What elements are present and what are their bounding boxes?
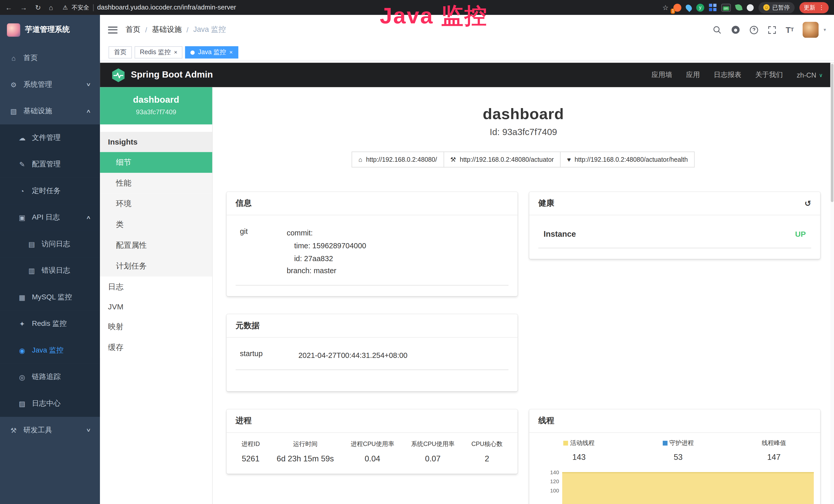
browser-menu-icon[interactable]: ⋮ bbox=[818, 4, 825, 11]
url-text[interactable]: dashboard.yudao.iocoder.cn/infra/admin-s… bbox=[97, 4, 236, 11]
actuator-url-link[interactable]: ⚒ http://192.168.0.2:48080/actuator bbox=[443, 152, 561, 167]
app-logo[interactable]: 芋道管理系统 bbox=[0, 15, 100, 45]
sba-instance-header[interactable]: dashboard 93a3fc7f7409 bbox=[100, 87, 212, 124]
sba-menu-logs[interactable]: 日志 bbox=[100, 276, 212, 297]
chevron-up-icon: ∧ bbox=[86, 108, 91, 114]
sidebar-item-config[interactable]: ✎ 配置管理 bbox=[0, 151, 100, 178]
sidebar-item-error-log[interactable]: ▥ 错误日志 bbox=[0, 257, 100, 284]
sidebar-item-infra[interactable]: ▧ 基础设施 ∧ bbox=[0, 98, 100, 124]
extension-drop-icon[interactable] bbox=[684, 3, 693, 12]
sba-body: dashboard 93a3fc7f7409 Insights 细节 性能 环境… bbox=[100, 87, 834, 504]
service-url-link[interactable]: ⌂ http://192.168.0.2:48080/ bbox=[352, 152, 444, 167]
tab-bar: 首页 Redis 监控 × Java 监控 × bbox=[100, 45, 834, 61]
extension-leaf-icon[interactable] bbox=[735, 4, 743, 11]
extension-fox-icon[interactable] bbox=[674, 3, 681, 11]
legend-yellow-swatch bbox=[563, 441, 568, 446]
sba-menu-config-props[interactable]: 配置属性 bbox=[100, 235, 212, 256]
browser-nav: ← → ↻ ⌂ bbox=[5, 4, 53, 11]
close-icon[interactable]: × bbox=[229, 49, 233, 55]
sidebar-item-access-log[interactable]: ▤ 访问日志 bbox=[0, 231, 100, 257]
update-button[interactable]: 更新 ⋮ bbox=[799, 2, 829, 13]
sidebar-item-redis[interactable]: ✦ Redis 监控 bbox=[0, 311, 100, 337]
reload-icon[interactable]: ↻ bbox=[35, 4, 41, 11]
history-icon[interactable]: ↺ bbox=[805, 199, 811, 208]
sba-navbar: Spring Boot Admin 应用墙 应用 日志报表 关于我们 zh-CN… bbox=[100, 63, 834, 87]
stat-pid: 进程ID 5261 bbox=[241, 440, 260, 463]
fullscreen-icon[interactable] bbox=[768, 25, 777, 34]
security-label[interactable]: 不安全 bbox=[72, 3, 89, 11]
close-icon[interactable]: × bbox=[174, 49, 177, 55]
extension-paw-icon[interactable] bbox=[747, 4, 753, 11]
profile-paused-badge[interactable]: 已暂停 bbox=[759, 2, 795, 13]
sba-menu-section-insights[interactable]: Insights bbox=[100, 132, 212, 152]
sidebar-item-system[interactable]: ⚙ 系统管理 ∨ bbox=[0, 71, 100, 98]
sba-nav-journal[interactable]: 日志报表 bbox=[714, 70, 742, 79]
sba-language-select[interactable]: zh-CN ∨ bbox=[797, 71, 823, 79]
threads-chart-plot bbox=[562, 470, 814, 502]
sba-menu-classes[interactable]: 类 bbox=[100, 214, 212, 235]
health-card-title: 健康 bbox=[539, 198, 554, 208]
sba-nav-wallboard[interactable]: 应用墙 bbox=[651, 70, 672, 79]
address-divider bbox=[93, 4, 93, 11]
back-icon[interactable]: ← bbox=[5, 4, 12, 11]
chevron-down-icon: ∨ bbox=[86, 428, 91, 433]
extension-grid-icon[interactable] bbox=[709, 4, 716, 11]
breadcrumb-home[interactable]: 首页 bbox=[126, 25, 140, 35]
sba-menu-caches[interactable]: 缓存 bbox=[100, 337, 212, 358]
sba-menu-mappings[interactable]: 映射 bbox=[100, 316, 212, 337]
health-instance-label: Instance bbox=[544, 229, 576, 238]
health-url-link[interactable]: ♥ http://192.168.0.2:48080/actuator/heal… bbox=[560, 152, 695, 167]
sidebar-item-files[interactable]: ☁ 文件管理 bbox=[0, 124, 100, 151]
threads-card: 线程 活动线程 143 bbox=[529, 410, 820, 504]
sba-menu-details[interactable]: 细节 bbox=[100, 152, 212, 173]
live-threads-area bbox=[562, 472, 814, 504]
github-icon[interactable] bbox=[731, 25, 741, 35]
instance-id-line: Id: 93a3fc7f7409 bbox=[213, 127, 834, 138]
sidebar-item-tracing[interactable]: ◎ 链路追踪 bbox=[0, 364, 100, 390]
address-bar[interactable]: ⚠ 不安全 dashboard.yudao.iocoder.cn/infra/a… bbox=[63, 3, 236, 11]
sidebar-item-home[interactable]: ⌂ 首页 bbox=[0, 45, 100, 71]
metadata-startup-row: startup 2021-04-27T00:44:31.254+08:00 bbox=[236, 343, 508, 370]
tab-java-monitor[interactable]: Java 监控 × bbox=[185, 46, 238, 59]
sidebar-item-java-monitor[interactable]: ◉ Java 监控 bbox=[0, 337, 100, 364]
security-warning-icon[interactable]: ⚠ bbox=[63, 4, 68, 11]
user-avatar[interactable] bbox=[803, 22, 819, 38]
scrollbar-thumb[interactable] bbox=[831, 64, 833, 202]
cloud-icon: ☁ bbox=[18, 134, 26, 142]
metadata-value: 2021-04-27T00:44:31.254+08:00 bbox=[299, 349, 504, 362]
sidebar-toggle-icon[interactable] bbox=[108, 26, 117, 33]
health-instance-row[interactable]: Instance UP bbox=[539, 221, 811, 248]
sidebar-item-log-center[interactable]: ▨ 日志中心 bbox=[0, 390, 100, 417]
forward-icon[interactable]: → bbox=[20, 4, 27, 11]
sba-menu-jvm[interactable]: JVM bbox=[100, 297, 212, 317]
search-icon[interactable] bbox=[713, 25, 722, 34]
help-icon[interactable] bbox=[749, 25, 759, 34]
bookmark-star-icon[interactable]: ☆ bbox=[662, 3, 668, 11]
infra-icon: ▧ bbox=[9, 107, 18, 115]
sba-nav-applications[interactable]: 应用 bbox=[686, 70, 700, 79]
sba-menu-metrics[interactable]: 性能 bbox=[100, 173, 212, 193]
sba-nav-about[interactable]: 关于我们 bbox=[755, 70, 783, 79]
log-center-icon: ▨ bbox=[18, 399, 26, 408]
extension-green-icon[interactable] bbox=[696, 3, 704, 11]
scrollbar[interactable] bbox=[830, 63, 834, 504]
info-key: git bbox=[240, 227, 287, 278]
extension-on-icon[interactable] bbox=[721, 3, 731, 11]
sidebar-item-mysql[interactable]: ▦ MySQL 监控 bbox=[0, 284, 100, 311]
sidebar-item-jobs[interactable]: ◔ 定时任务 bbox=[0, 178, 100, 204]
font-size-icon[interactable]: TT bbox=[786, 26, 794, 33]
sba-menu-environment[interactable]: 环境 bbox=[100, 193, 212, 214]
avatar-caret-icon[interactable]: ▾ bbox=[824, 27, 826, 32]
sba-nav-links: 应用墙 应用 日志报表 关于我们 zh-CN ∨ bbox=[651, 70, 823, 79]
tab-home[interactable]: 首页 bbox=[108, 46, 132, 59]
breadcrumb-infra[interactable]: 基础设施 bbox=[152, 25, 182, 35]
sidebar-item-api-log[interactable]: ▣ API 日志 ∧ bbox=[0, 204, 100, 231]
sba-menu-scheduled-tasks[interactable]: 计划任务 bbox=[100, 256, 212, 276]
threads-chart-yaxis: 140 120 100 bbox=[543, 470, 559, 502]
sidebar-item-dev-tools[interactable]: ⚒ 研发工具 ∨ bbox=[0, 417, 100, 444]
screen: ← → ↻ ⌂ ⚠ 不安全 dashboard.yudao.iocoder.cn… bbox=[0, 0, 834, 504]
tab-redis-monitor[interactable]: Redis 监控 × bbox=[135, 46, 183, 59]
browser-home-icon[interactable]: ⌂ bbox=[49, 4, 53, 11]
instance-title: dashboard bbox=[213, 105, 834, 123]
sba-brand[interactable]: Spring Boot Admin bbox=[111, 68, 213, 82]
